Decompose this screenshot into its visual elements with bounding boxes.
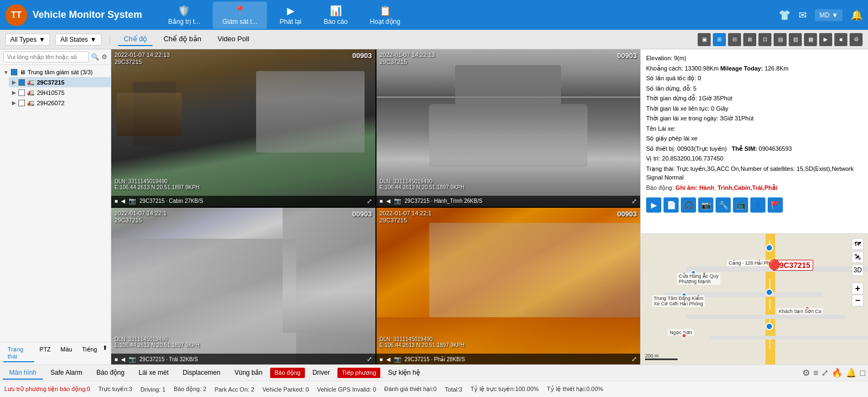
cam3-camera-icon[interactable]: 📷 (129, 356, 136, 363)
mode-video-poll[interactable]: Video Poll (212, 33, 254, 46)
btab-tiep-phuong-red[interactable]: Tiếp phương (337, 368, 380, 378)
grid-custom3-btn[interactable]: ▦ (804, 33, 817, 46)
map-zoom-in-btn[interactable]: + (852, 283, 864, 294)
tree-vehicle-29H10575[interactable]: ▶ 🚛 29H10575 (9, 87, 111, 98)
v3-checkbox[interactable] (18, 100, 25, 106)
grid-9-btn[interactable]: ⊠ (743, 33, 756, 46)
nav-playback[interactable]: ▶ Phát lại (270, 2, 311, 29)
settings-icon[interactable]: ⚙ (101, 53, 107, 61)
btab-right-icons: ⚙ ≡ ⤢ 🔥 🔔 □ (802, 368, 865, 378)
tree-vehicle-29C37215[interactable]: ▶ 🚛 29C37215 (9, 77, 111, 87)
cam2-stop-icon[interactable]: ■ (380, 198, 383, 204)
map-satellite-btn[interactable]: 🛰 (852, 251, 864, 263)
action-headset-btn[interactable]: 🎧 (681, 197, 696, 213)
info-drive-continuous: Thời gian lái xe liên tục: 0 Giây (646, 104, 863, 113)
nav-monitor[interactable]: 📍 Giám sát t... (213, 2, 267, 29)
shirt-icon[interactable]: 👕 (778, 9, 790, 21)
bell-icon-btab[interactable]: 🔔 (846, 368, 857, 378)
root-checkbox[interactable] (11, 69, 17, 75)
v1-checkbox[interactable] (18, 79, 25, 86)
action-doc-btn[interactable]: 📄 (663, 197, 679, 213)
tree-root[interactable]: ▼ 🖥 Trung tâm giám sát (3/3) (0, 67, 111, 77)
v2-checkbox[interactable] (18, 89, 25, 96)
btab-driver[interactable]: Driver (306, 367, 336, 380)
action-camera-btn[interactable]: 📷 (698, 197, 713, 213)
btab-su-kien[interactable]: Sự kiện hệ (381, 367, 426, 380)
map-zoom-out-btn[interactable]: − (852, 294, 864, 306)
action-wrench-btn[interactable]: 🔧 (716, 197, 731, 213)
btab-vung-ban[interactable]: Vùng bản (228, 367, 269, 380)
bell-icon[interactable]: 🔔 (851, 9, 863, 21)
sidebar-tab-mau[interactable]: Màu (56, 344, 76, 362)
grid-custom2-btn[interactable]: ▥ (789, 33, 802, 46)
mail-icon[interactable]: ✉ (799, 9, 807, 21)
grid-4-btn[interactable]: ⊞ (713, 33, 726, 46)
tree-vehicle-29H26072[interactable]: ▶ 🚛 29H26072 (9, 98, 111, 108)
grid-1-btn[interactable]: ▣ (698, 33, 711, 46)
btab-safe-alarm[interactable]: Safe Alarm (44, 367, 89, 380)
toolbar-separator (110, 34, 110, 45)
list-icon-btab[interactable]: ≡ (813, 368, 818, 378)
sidebar-search-bar: 🔍 ⚙ (0, 49, 111, 65)
cam4-stop-icon[interactable]: ■ (380, 356, 383, 362)
collapse-icon[interactable]: ⬆ (103, 344, 107, 362)
action-play-btn[interactable]: ▶ (646, 197, 661, 213)
cam3-stop-icon[interactable]: ■ (114, 356, 118, 362)
cam4-camera-icon[interactable]: 📷 (394, 356, 401, 363)
info-license: Số giấy phép lái xe (646, 134, 863, 143)
grid-16-btn[interactable]: ⊡ (758, 33, 771, 46)
btab-displacemen[interactable]: Displacemen (176, 367, 227, 380)
expand-icon-btab[interactable]: ⤢ (821, 368, 828, 378)
action-screen-btn[interactable]: 📺 (733, 197, 748, 213)
grid-custom1-btn[interactable]: ▤ (774, 33, 787, 46)
cam1-stop-icon[interactable]: ■ (114, 198, 118, 204)
nav-report[interactable]: 📊 Báo cáo (314, 2, 358, 29)
search-icon[interactable]: 🔍 (91, 53, 99, 61)
map-3d-btn[interactable]: 3D (852, 264, 864, 276)
filter-types-btn[interactable]: All Types ▼ (5, 34, 50, 46)
nav-dashboard[interactable]: 🛡️ Bảng trị t... (158, 2, 210, 29)
action-person-btn[interactable]: 👤 (750, 197, 765, 213)
mode-che-do-ban[interactable]: Chế độ bản (158, 33, 207, 46)
filter-states-btn[interactable]: All States ▼ (55, 34, 101, 46)
btab-bao-dong[interactable]: Báo động (90, 367, 131, 380)
cam1-overlay: 2022-01-07 14:22:13 29C37215 00903 (111, 49, 375, 67)
expand-icon-v3: ▶ (12, 100, 16, 106)
flame-icon-btab[interactable]: 🔥 (832, 368, 843, 378)
settings-grid-btn[interactable]: ⚙ (850, 33, 863, 46)
map-layers-btn[interactable]: 🗺 (852, 238, 864, 250)
cam4-expand-icon[interactable]: ⤢ (631, 355, 637, 363)
mode-che-do[interactable]: Chế độ (118, 33, 152, 46)
cam2-play-icon[interactable]: ◀ (386, 198, 391, 204)
btab-lai-xe-met[interactable]: Lái xe mét (132, 367, 175, 380)
cam2-expand-icon[interactable]: ⤢ (631, 197, 637, 205)
sidebar-tab-trang-thai[interactable]: Trạng thái (3, 344, 34, 362)
cam3-play-icon[interactable]: ◀ (121, 356, 125, 362)
nav-activity[interactable]: 📋 Hoạt động (360, 2, 410, 29)
cam4-play-icon[interactable]: ◀ (386, 356, 391, 362)
cam4-dln: DLN: 3311145019490 (380, 336, 637, 342)
cam1-expand-icon[interactable]: ⤢ (367, 197, 372, 205)
square-icon-btab[interactable]: □ (860, 368, 865, 378)
stop-btn[interactable]: ■ (834, 33, 847, 46)
btab-bao-dong-red[interactable]: Báo động (270, 368, 305, 378)
action-flag-btn[interactable]: 🚩 (768, 197, 783, 213)
btab-man-hinh[interactable]: Màn hình (3, 367, 43, 380)
sidebar-tab-tieng[interactable]: Tiếng (78, 344, 101, 362)
activity-icon: 📋 (379, 5, 391, 17)
search-input[interactable] (3, 52, 89, 62)
status-alert: Lưu trữ phương tiện báo động:0 (4, 386, 90, 393)
cam2-coords: E:106.44.2613 N:20.51.1897 9KPH (380, 184, 637, 190)
cam1-play-icon[interactable]: ◀ (121, 198, 125, 204)
video-cell-trai: 2022-01-07 14:22:1 29C37215 00903 DLN: 3… (111, 208, 375, 365)
nav-playback-label: Phát lại (279, 18, 301, 25)
monitor-icon-tree: 🖥 (20, 69, 25, 75)
cam1-camera-icon[interactable]: 📷 (129, 197, 136, 204)
settings-icon-btab[interactable]: ⚙ (802, 368, 810, 378)
play-btn[interactable]: ▶ (819, 33, 832, 46)
sidebar-tab-ptz[interactable]: PTZ (35, 344, 55, 362)
cam2-camera-icon[interactable]: 📷 (394, 197, 401, 204)
cam3-expand-icon[interactable]: ⤢ (367, 355, 372, 363)
user-avatar-btn[interactable]: MD ▼ (815, 9, 843, 21)
grid-6-btn[interactable]: ⊟ (728, 33, 741, 46)
